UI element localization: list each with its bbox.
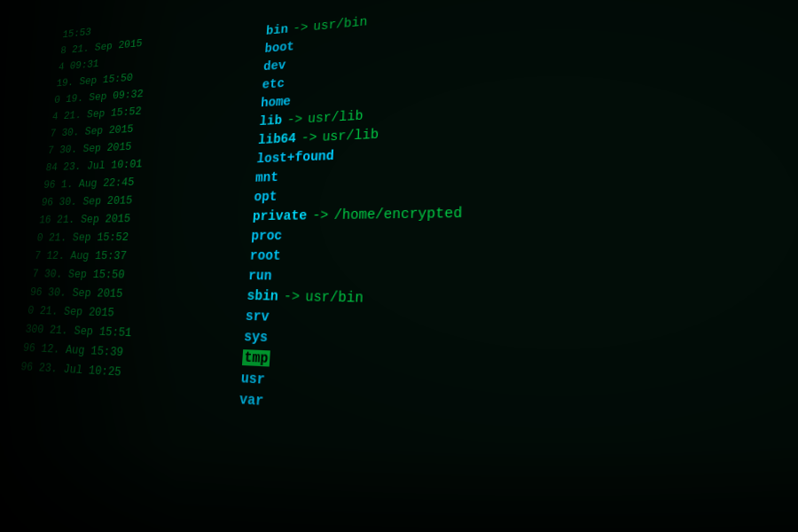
line-filename: etc	[262, 74, 286, 94]
line-filename: opt	[254, 187, 278, 207]
line-filename: private	[252, 206, 308, 226]
symlink-target: usr/lib	[322, 125, 379, 147]
line-filename: sbin	[246, 286, 279, 307]
line-filename: var	[239, 389, 264, 412]
line-filename: root	[249, 246, 281, 266]
line-filename: tmp	[242, 348, 270, 370]
line-filename: lost+found	[256, 146, 334, 168]
line-info: 16 21. Sep 2015	[38, 207, 254, 228]
line-filename: lib64	[257, 129, 296, 149]
line-filename: run	[247, 266, 272, 286]
line-info: 7 30. Sep 15:50	[31, 265, 248, 286]
line-filename: mnt	[254, 168, 278, 187]
symlink-arrow: ->	[283, 286, 300, 308]
terminal-inner: 15:538 21. Sep 2015bin->usr/bin4 09:31bo…	[0, 0, 798, 532]
line-info	[18, 389, 239, 403]
line-filename: usr	[240, 368, 265, 390]
tmp-highlight: tmp	[242, 349, 270, 366]
line-filename: bin	[265, 20, 288, 40]
symlink-arrow: ->	[301, 128, 317, 147]
symlink-arrow: ->	[286, 110, 303, 129]
line-filename: dev	[262, 56, 286, 75]
line-filename: srv	[245, 306, 270, 327]
symlink-arrow: ->	[293, 19, 309, 38]
line-filename: sys	[243, 326, 268, 348]
symlink-target: usr/bin	[305, 286, 364, 309]
line-filename: lib	[259, 111, 283, 130]
symlink-arrow: ->	[312, 206, 329, 226]
line-filename: boot	[264, 37, 295, 58]
symlink-target: /home/encrypted	[333, 203, 462, 225]
terminal-content: 15:538 21. Sep 2015bin->usr/bin4 09:31bo…	[2, 0, 798, 472]
line-info: 7 12. Aug 15:37	[34, 247, 250, 266]
line-info: 0 21. Sep 15:52	[36, 227, 252, 246]
terminal-window: 15:538 21. Sep 2015bin->usr/bin4 09:31bo…	[0, 0, 798, 532]
line-filename: home	[260, 92, 291, 113]
line-filename: proc	[251, 226, 283, 246]
